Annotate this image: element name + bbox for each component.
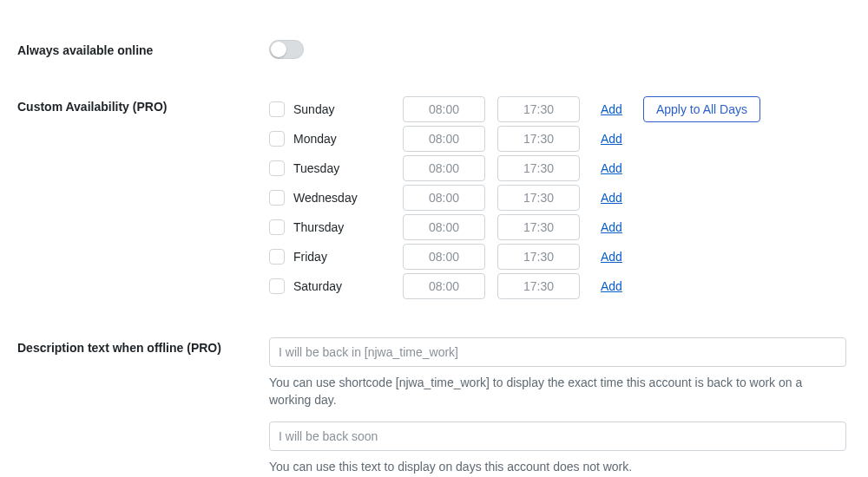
add-link[interactable]: Add [601, 161, 622, 175]
day-check-wrap: Sunday [269, 101, 391, 117]
day-row: FridayAdd [269, 244, 851, 270]
day-row: ThursdayAdd [269, 214, 851, 240]
offline-desc-label: Description text when offline (PRO) [17, 341, 221, 355]
start-time-input[interactable] [403, 244, 485, 270]
end-time-input[interactable] [497, 155, 580, 181]
day-check-wrap: Wednesday [269, 190, 391, 206]
end-time-input[interactable] [497, 214, 580, 240]
day-name: Monday [293, 132, 337, 146]
add-link[interactable]: Add [601, 102, 622, 116]
always-available-label: Always available online [17, 43, 153, 57]
day-name: Thursday [293, 220, 344, 234]
toggle-knob-icon [271, 42, 286, 57]
end-time-input[interactable] [497, 273, 580, 299]
add-link[interactable]: Add [601, 220, 622, 234]
end-time-input[interactable] [497, 96, 580, 122]
day-checkbox[interactable] [269, 278, 285, 294]
day-name: Saturday [293, 279, 342, 293]
offline-desc-input-2[interactable] [269, 421, 846, 451]
day-check-wrap: Thursday [269, 219, 391, 235]
add-link[interactable]: Add [601, 191, 622, 205]
add-link[interactable]: Add [601, 279, 622, 293]
end-time-input[interactable] [497, 185, 580, 211]
day-checkbox[interactable] [269, 190, 285, 206]
day-row: SundayAddApply to All Days [269, 96, 851, 122]
end-time-input[interactable] [497, 244, 580, 270]
day-checkbox[interactable] [269, 249, 285, 265]
day-check-wrap: Friday [269, 249, 391, 265]
always-available-toggle[interactable] [269, 40, 304, 59]
day-check-wrap: Monday [269, 131, 391, 147]
day-name: Sunday [293, 102, 334, 116]
day-row: SaturdayAdd [269, 273, 851, 299]
offline-desc-help-1: You can use shortcode [njwa_time_work] t… [269, 374, 842, 409]
apply-all-days-button[interactable]: Apply to All Days [643, 96, 760, 122]
day-row: TuesdayAdd [269, 155, 851, 181]
end-time-input[interactable] [497, 126, 580, 152]
offline-desc-help-2: You can use this text to display on days… [269, 458, 842, 475]
add-link[interactable]: Add [601, 132, 622, 146]
start-time-input[interactable] [403, 273, 485, 299]
day-check-wrap: Saturday [269, 278, 391, 294]
start-time-input[interactable] [403, 96, 485, 122]
day-name: Friday [293, 250, 327, 264]
start-time-input[interactable] [403, 126, 485, 152]
custom-availability-label: Custom Availability (PRO) [17, 100, 167, 114]
start-time-input[interactable] [403, 214, 485, 240]
offline-desc-input-1[interactable] [269, 337, 846, 367]
day-checkbox[interactable] [269, 219, 285, 235]
start-time-input[interactable] [403, 155, 485, 181]
day-checkbox[interactable] [269, 160, 285, 176]
day-name: Tuesday [293, 161, 339, 175]
days-container: SundayAddApply to All DaysMondayAddTuesd… [269, 96, 851, 303]
add-link[interactable]: Add [601, 250, 622, 264]
day-row: WednesdayAdd [269, 185, 851, 211]
day-checkbox[interactable] [269, 131, 285, 147]
day-checkbox[interactable] [269, 101, 285, 117]
day-check-wrap: Tuesday [269, 160, 391, 176]
day-row: MondayAdd [269, 126, 851, 152]
day-name: Wednesday [293, 191, 358, 205]
start-time-input[interactable] [403, 185, 485, 211]
